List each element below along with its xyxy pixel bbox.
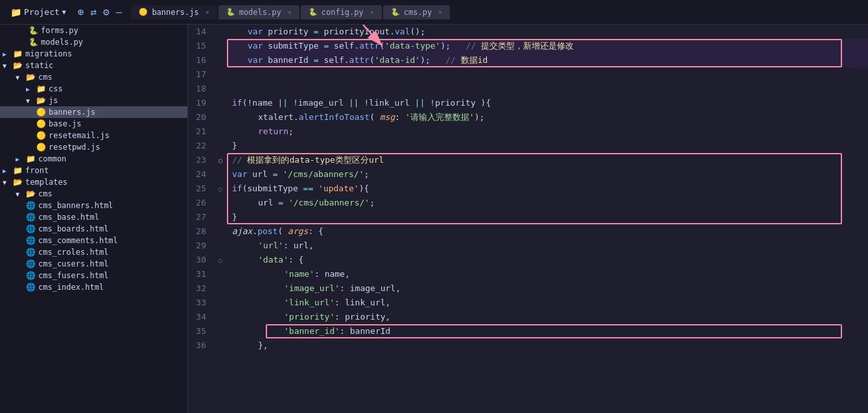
front-arrow: ▶ [3, 167, 10, 174]
globe-icon[interactable]: ⊕ [76, 5, 86, 19]
sidebar-item-templates[interactable]: ▼ 📂 templates [0, 176, 187, 188]
sidebar-item-migrations[interactable]: ▶ 📁 migrations [0, 48, 187, 60]
code-line-19: if(!name || !image_url || !link_url || !… [227, 96, 868, 110]
gutter: ○ ○ ○ [214, 25, 227, 353]
cms-fusers-html-label: cms_fusers.html [38, 271, 108, 280]
main-content: 🐍 forms.py 🐍 models.py ▶ 📁 migrations ▼ … [0, 25, 868, 413]
gutter-25: ○ [214, 182, 227, 196]
static-arrow: ▼ [3, 62, 10, 69]
sidebar-item-base-js[interactable]: 🟡 base.js [0, 118, 187, 130]
tab-close-config[interactable]: ✕ [370, 8, 374, 16]
resetpwd-js-label: resetpwd.js [49, 143, 100, 152]
code-line-21: return; [227, 124, 868, 139]
line-num-27: 27 [193, 210, 206, 224]
line-num-17: 17 [193, 67, 206, 82]
minimize-icon[interactable]: – [115, 5, 124, 19]
cms-base-html-icon: 🌐 [26, 213, 36, 222]
code-line-34: 'priority': priority, [227, 310, 868, 324]
templates-label: templates [25, 178, 67, 187]
sidebar-item-models-py[interactable]: 🐍 models.py [0, 36, 187, 48]
static-cms-folder-icon: 📂 [26, 73, 36, 82]
tab-close-models[interactable]: ✕ [288, 8, 292, 16]
sidebar: 🐍 forms.py 🐍 models.py ▶ 📁 migrations ▼ … [0, 25, 188, 413]
code-line-16: var bannerId = self.attr('data-id'); // … [227, 53, 868, 67]
migrations-arrow: ▶ [3, 51, 10, 58]
transfer-icon[interactable]: ⇄ [89, 5, 98, 19]
cms-cusers-html-label: cms_cusers.html [38, 259, 108, 268]
gutter-29 [214, 239, 227, 253]
sidebar-item-cms-croles-html[interactable]: 🌐 cms_croles.html [0, 246, 187, 258]
sidebar-item-cms-index-html[interactable]: 🌐 cms_index.html [0, 281, 187, 293]
line-num-35: 35 [193, 324, 206, 338]
sidebar-item-front[interactable]: ▶ 📁 front [0, 165, 187, 176]
sidebar-item-banners-js[interactable]: 🟡 banners.js [0, 106, 187, 118]
sidebar-item-cms-fusers-html[interactable]: 🌐 cms_fusers.html [0, 270, 187, 281]
sidebar-item-js[interactable]: ▼ 📂 js [0, 95, 187, 106]
tab-label-config: config.py [322, 8, 364, 17]
tab-config-py[interactable]: 🐍 config.py ✕ [301, 5, 382, 19]
code-line-33: 'link_url': link_url, [227, 296, 868, 310]
code-line-22: } [227, 139, 868, 153]
tab-models-py[interactable]: 🐍 models.py ✕ [218, 5, 299, 19]
settings-icon[interactable]: ⚙ [102, 5, 111, 19]
code-line-36: }, [227, 338, 868, 353]
gutter-26 [214, 196, 227, 210]
cms-index-html-label: cms_index.html [38, 283, 104, 292]
tab-banners-js[interactable]: 🟡 banners.js ✕ [131, 5, 217, 19]
banners-js-icon: 🟡 [36, 108, 46, 117]
cms-croles-html-icon: 🌐 [26, 248, 36, 257]
gutter-28 [214, 224, 227, 239]
code-editor[interactable]: 14 15 16 17 18 19 20 21 22 23 24 25 26 2… [188, 25, 868, 413]
line-num-15: 15 [193, 39, 206, 53]
models-py-icon: 🐍 [29, 38, 38, 47]
project-selector[interactable]: 📁 Project ▼ [5, 5, 71, 20]
sidebar-item-resetemail-js[interactable]: 🟡 resetemail.js [0, 130, 187, 141]
sidebar-item-forms-py[interactable]: 🐍 forms.py [0, 25, 187, 36]
tab-close-cms[interactable]: ✕ [438, 8, 442, 16]
gutter-35 [214, 324, 227, 338]
sidebar-item-static-cms[interactable]: ▼ 📂 cms [0, 71, 187, 83]
sidebar-item-resetpwd-js[interactable]: 🟡 resetpwd.js [0, 141, 187, 153]
gutter-24 [214, 167, 227, 182]
code-line-18 [227, 82, 868, 96]
sidebar-item-cms-base-html[interactable]: 🌐 cms_base.html [0, 211, 187, 223]
sidebar-item-templates-cms[interactable]: ▼ 📂 cms [0, 188, 187, 200]
line-num-22: 22 [193, 139, 206, 153]
code-line-28: ajax.post( args: { [227, 224, 868, 239]
line-num-19: 19 [193, 96, 206, 110]
tab-label-banners: banners.js [152, 8, 198, 17]
sidebar-item-css[interactable]: ▶ 📁 css [0, 83, 187, 95]
sidebar-item-static[interactable]: ▼ 📂 static [0, 60, 187, 71]
front-folder-icon: 📁 [13, 166, 23, 175]
sidebar-item-cms-cusers-html[interactable]: 🌐 cms_cusers.html [0, 258, 187, 270]
code-line-30: 'data': { [227, 253, 868, 267]
line-numbers: 14 15 16 17 18 19 20 21 22 23 24 25 26 2… [188, 25, 214, 353]
css-folder-icon: 📁 [36, 84, 46, 93]
code-container: 14 15 16 17 18 19 20 21 22 23 24 25 26 2… [188, 25, 868, 353]
tab-cms-py[interactable]: 🐍 cms.py ✕ [383, 5, 450, 19]
common-label: common [38, 154, 66, 163]
gutter-23: ○ [214, 153, 227, 167]
cms-banners-html-icon: 🌐 [26, 201, 36, 210]
templates-folder-icon: 📂 [13, 178, 23, 187]
line-num-32: 32 [193, 281, 206, 296]
code-line-29: 'url': url, [227, 239, 868, 253]
tab-close-banners[interactable]: ✕ [205, 8, 209, 16]
kw-var-14: var [248, 25, 268, 39]
tab-bar: 🟡 banners.js ✕ 🐍 models.py ✕ 🐍 config.py… [131, 5, 450, 19]
code-line-35: 'banner_id': bannerId [227, 324, 868, 338]
cms-cusers-html-icon: 🌐 [26, 259, 36, 268]
code-line-25: if(submitType == 'update'){ [227, 182, 868, 196]
templates-arrow: ▼ [3, 179, 10, 186]
gutter-17 [214, 67, 227, 82]
front-label: front [25, 166, 49, 175]
code-line-31: 'name': name, [227, 267, 868, 281]
cms-boards-html-label: cms_boards.html [38, 224, 108, 233]
gutter-31 [214, 267, 227, 281]
resetemail-js-label: resetemail.js [49, 131, 110, 140]
line-num-31: 31 [193, 267, 206, 281]
sidebar-item-cms-banners-html[interactable]: 🌐 cms_banners.html [0, 200, 187, 211]
sidebar-item-cms-comments-html[interactable]: 🌐 cms_comments.html [0, 235, 187, 246]
sidebar-item-cms-boards-html[interactable]: 🌐 cms_boards.html [0, 223, 187, 235]
sidebar-item-common[interactable]: ▶ 📁 common [0, 153, 187, 165]
